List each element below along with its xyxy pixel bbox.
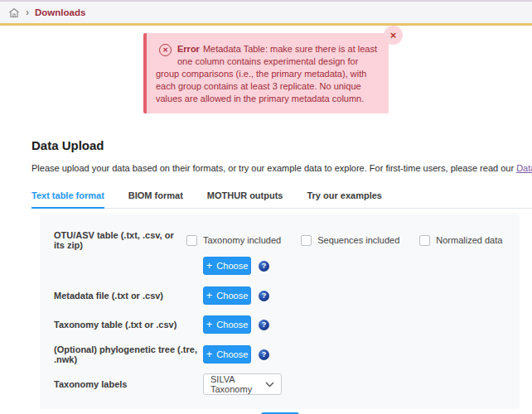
metadata-choose-button[interactable]: + Choose <box>203 286 251 305</box>
page-description: Please upload your data based on their f… <box>31 163 532 173</box>
alert-error-label: Error <box>177 44 200 54</box>
phylogenetic-tree-label: (Optional) phylogenetic tree (.tre, .nwk… <box>54 344 203 364</box>
plus-icon: + <box>206 290 213 301</box>
tab-mothur-outputs[interactable]: MOTHUR outputs <box>207 190 283 208</box>
taxonomy-labels-select[interactable]: SILVA Taxonomy <box>203 373 282 395</box>
breadcrumb: › Downloads <box>0 0 532 26</box>
taxonomy-included-checkbox[interactable]: Taxonomy included <box>186 235 281 246</box>
plus-icon: + <box>206 260 213 271</box>
choose-button-label: Choose <box>216 261 248 271</box>
format-tabs: Text table format BIOM format MOTHUR out… <box>31 190 532 209</box>
chevron-right-icon: › <box>26 7 29 18</box>
taxonomy-labels-label: Taxonomy labels <box>54 379 203 389</box>
sequences-included-checkbox[interactable]: Sequences included <box>301 235 399 246</box>
choose-button-label: Choose <box>216 291 248 301</box>
otu-options: Taxonomy included Sequences included Nor… <box>186 235 502 246</box>
error-alert: ✕ ErrorMetadata Table: make sure there i… <box>143 33 389 113</box>
chevron-down-icon <box>265 382 274 388</box>
metadata-help-icon[interactable]: ? <box>259 291 269 301</box>
taxonomy-labels-row: Taxonomy labels SILVA Taxonomy <box>54 373 520 395</box>
normalized-data-label: Normalized data <box>436 235 502 245</box>
taxonomy-included-label: Taxonomy included <box>203 235 281 245</box>
taxonomy-table-label: Taxonomy table (.txt or .csv) <box>54 320 203 330</box>
plus-icon: + <box>206 319 213 330</box>
otu-help-icon[interactable]: ? <box>259 261 269 272</box>
taxonomy-labels-value: SILVA Taxonomy <box>210 374 265 394</box>
metadata-file-row: Metadata file (.txt or .csv) + Choose ? <box>54 286 520 305</box>
tab-try-our-examples[interactable]: Try our examples <box>307 190 382 208</box>
home-icon[interactable] <box>8 7 20 18</box>
checkbox-icon[interactable] <box>419 235 430 246</box>
data-format-link[interactable]: Data Format <box>516 163 532 173</box>
otu-table-label: OTU/ASV table (.txt, .csv, or its zip) <box>54 230 186 250</box>
close-icon[interactable]: × <box>384 26 403 45</box>
tab-text-table-format[interactable]: Text table format <box>31 190 104 209</box>
taxonomy-help-icon[interactable]: ? <box>259 320 269 330</box>
breadcrumb-current[interactable]: Downloads <box>35 7 85 17</box>
upload-form-panel: OTU/ASV table (.txt, .csv, or its zip) T… <box>40 214 520 409</box>
tree-help-icon[interactable]: ? <box>259 349 269 360</box>
otu-table-row: OTU/ASV table (.txt, .csv, or its zip) T… <box>54 230 520 250</box>
plus-icon: + <box>206 349 213 359</box>
tab-biom-format[interactable]: BIOM format <box>128 190 183 208</box>
tree-choose-button[interactable]: + Choose <box>203 345 251 363</box>
otu-choose-button[interactable]: + Choose <box>203 257 251 275</box>
choose-button-label: Choose <box>216 320 248 330</box>
taxonomy-table-row: Taxonomy table (.txt or .csv) + Choose ? <box>54 315 520 334</box>
checkbox-icon[interactable] <box>301 235 312 246</box>
choose-button-label: Choose <box>216 349 248 359</box>
sequences-included-label: Sequences included <box>317 235 399 245</box>
error-circle-x-icon: ✕ <box>159 44 172 56</box>
description-text-before: Please upload your data based on their f… <box>31 163 516 173</box>
taxonomy-choose-button[interactable]: + Choose <box>203 315 251 334</box>
normalized-data-checkbox[interactable]: Normalized data <box>419 235 502 246</box>
otu-choose-row: + Choose ? <box>54 257 520 275</box>
metadata-file-label: Metadata file (.txt or .csv) <box>54 291 203 301</box>
phylogenetic-tree-row: (Optional) phylogenetic tree (.tre, .nwk… <box>54 344 520 364</box>
checkbox-icon[interactable] <box>186 235 197 246</box>
page-title: Data Upload <box>31 138 532 152</box>
